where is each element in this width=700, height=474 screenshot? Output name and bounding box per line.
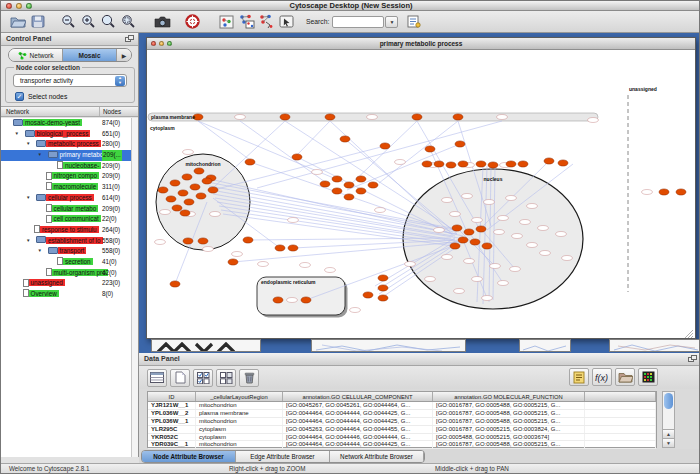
table-row[interactable]: YPL036W__1mitochondrion[GO:0044464, GO:0…: [148, 418, 656, 426]
open-session-button[interactable]: [8, 12, 28, 31]
select-all-attributes-button[interactable]: [193, 369, 213, 387]
attribute-table-header[interactable]: ID_cellularLayoutRegionannotation.GO CEL…: [148, 392, 656, 402]
tab-network[interactable]: Network: [9, 49, 63, 61]
network-view-window[interactable]: primary metabolic process plasma membran…: [146, 37, 696, 339]
status-welcome: Welcome to Cytoscape 2.8.1: [9, 465, 89, 472]
select-nodes-checkbox[interactable]: ✓: [15, 92, 24, 101]
snapshot-camera-icon[interactable]: [152, 12, 172, 31]
tree-row-transport[interactable]: ▼transport558(0): [1, 246, 131, 257]
tree-scrollbar[interactable]: [131, 118, 138, 457]
table-row[interactable]: YKR052Ccytoplasm[GO:0044464, GO:0044446,…: [148, 434, 656, 442]
new-attribute-button[interactable]: [170, 369, 190, 387]
function-builder-button[interactable]: f(x): [592, 368, 612, 386]
tree-row-mosaic-demo-yeast[interactable]: mosaic-demo-yeast874(0): [1, 118, 131, 129]
status-zoom-hint: Right-click + drag to ZOOM: [229, 465, 305, 472]
help-lifesaver-icon[interactable]: [182, 12, 202, 31]
scrollbar-thumb[interactable]: [664, 393, 673, 409]
network-window-title: primary metabolic process: [147, 38, 695, 50]
document-icon: [46, 268, 52, 276]
svg-text:endoplasmic reticulum: endoplasmic reticulum: [261, 279, 316, 285]
vizmapper-icon[interactable]: [216, 12, 236, 31]
table-row[interactable]: YLR295Ccytoplasm[GO:0045263, GO:0044464,…: [148, 426, 656, 434]
tree-expander-icon[interactable]: ▼: [15, 129, 19, 140]
tree-expander-icon[interactable]: ▼: [26, 236, 30, 247]
table-row[interactable]: YPL036W__2plasma membrane[GO:0044464, GO…: [148, 410, 656, 418]
network-canvas[interactable]: plasma membranecytoplasmmitochondrionnuc…: [147, 50, 695, 340]
search-config-icon[interactable]: [404, 12, 424, 31]
tab-node-attribute-browser[interactable]: Node Attribute Browser: [142, 451, 236, 462]
tree-row-label: nitrogen compo: [52, 172, 99, 179]
layout-network-icon[interactable]: [236, 12, 256, 31]
annotation-icon[interactable]: [276, 12, 296, 31]
tree-expander-icon[interactable]: ▼: [38, 246, 42, 257]
table-cell: YPL036W__2: [148, 410, 196, 417]
attribute-list-button[interactable]: [569, 368, 589, 386]
tree-row-response-to-stimulu[interactable]: response to stimulu264(0): [1, 225, 131, 236]
document-icon: [46, 215, 52, 223]
heatmap-button[interactable]: [638, 368, 658, 386]
table-scrollbar[interactable]: ▲ ▼: [662, 391, 675, 448]
delete-attribute-trash-button[interactable]: [239, 369, 259, 387]
import-attributes-folder-button[interactable]: [615, 368, 635, 386]
search-input[interactable]: [332, 16, 384, 28]
svg-text:plasma membrane: plasma membrane: [151, 114, 195, 120]
table-cell: cytoplasm: [196, 426, 283, 433]
table-column-header[interactable]: ID: [148, 392, 196, 401]
tab-network-attribute-browser[interactable]: Network Attribute Browser: [330, 451, 424, 462]
zoom-fit-icon[interactable]: [98, 12, 118, 31]
tree-row-multi-organism-pro[interactable]: multi-organism pro42(0): [1, 268, 131, 279]
tree-row-secretion[interactable]: secretion41(0): [1, 257, 131, 268]
table-column-header[interactable]: annotation.GO MOLECULAR_FUNCTION: [433, 392, 585, 401]
minimized-window-thumbnail[interactable]: [609, 339, 700, 352]
minimized-window-thumbnail[interactable]: [311, 339, 466, 352]
tree-row-nucleobase-[interactable]: nucleobase-209(0): [1, 161, 131, 172]
float-panel-icon[interactable]: [125, 35, 134, 43]
tab-edge-attribute-browser[interactable]: Edge Attribute Browser: [236, 451, 330, 462]
dropdown-stepper-icon: ▲▼: [115, 76, 125, 86]
attribute-table[interactable]: ID_cellularLayoutRegionannotation.GO CEL…: [147, 391, 657, 448]
tree-row-establishment-of-lo[interactable]: ▼establishment of lo558(0): [1, 236, 131, 247]
tree-row-macromolecule[interactable]: macromolecule311(0): [1, 182, 131, 193]
tab-overflow-arrow[interactable]: ▶: [117, 49, 131, 61]
tree-row-unassigned[interactable]: unassigned223(0): [1, 278, 131, 289]
status-pan-hint: Middle-click + drag to PAN: [435, 465, 509, 472]
table-cell: [GO:0044464, GO:0044446, GO:0044444, G..…: [283, 434, 433, 441]
table-column-header[interactable]: annotation.GO CELLULAR_COMPONENT: [283, 392, 433, 401]
tree-col-network: Network: [6, 108, 29, 115]
table-cell: [GO:0044464, GO:0044444, GO:0044425, G..…: [283, 418, 433, 425]
table-column-header[interactable]: _cellularLayoutRegion: [196, 392, 283, 401]
tab-mosaic[interactable]: Mosaic: [63, 49, 117, 61]
tree-expander-icon[interactable]: ▼: [26, 193, 30, 204]
mdi-desktop: primary metabolic process plasma membran…: [139, 33, 700, 353]
zoom-selected-icon[interactable]: [118, 12, 138, 31]
float-panel-icon[interactable]: [688, 355, 697, 363]
tree-row-primary-metabo[interactable]: ▼primary metabo209(...: [1, 150, 131, 161]
svg-text:cytoplasm: cytoplasm: [150, 125, 175, 131]
select-attributes-button[interactable]: [147, 369, 167, 387]
tree-expander-icon[interactable]: ▼: [38, 150, 42, 161]
minimized-window-thumbnail[interactable]: [519, 339, 571, 352]
scroll-down-arrow[interactable]: ▼: [663, 438, 674, 447]
table-cell: mitochondrion: [196, 418, 283, 425]
zoom-in-icon[interactable]: [78, 12, 98, 31]
tree-row-cellular-process[interactable]: ▼cellular process614(0): [1, 193, 131, 204]
network-window-titlebar[interactable]: primary metabolic process: [147, 38, 695, 50]
save-session-button[interactable]: [28, 12, 48, 31]
layout-region-icon[interactable]: [256, 12, 276, 31]
zoom-out-icon[interactable]: [58, 12, 78, 31]
table-cell: [GO:0016787, GO:0005488, GO:0005215, G..…: [433, 418, 585, 425]
node-color-dropdown[interactable]: transporter activity ▲▼: [13, 74, 127, 87]
scroll-up-arrow[interactable]: ▲: [663, 429, 674, 438]
table-cell: mitochondrion: [196, 441, 283, 448]
minimized-window-thumbnail[interactable]: [151, 339, 261, 352]
tree-row-overview[interactable]: Overview8(0): [1, 289, 131, 300]
table-row[interactable]: YJR121W__1mitochondrion[GO:0045267, GO:0…: [148, 402, 656, 410]
tree-row-cell-communicat[interactable]: cell communicat22(0): [1, 214, 131, 225]
tree-expander-icon[interactable]: ▼: [26, 139, 30, 150]
tree-row-cellular-metabo[interactable]: cellular metabo209(0): [1, 204, 131, 215]
unselect-all-attributes-button[interactable]: [216, 369, 236, 387]
search-dropdown-button[interactable]: ▼: [385, 16, 398, 28]
tree-row-nitrogen-compo[interactable]: nitrogen compo209(0): [1, 171, 131, 182]
tree-row-metabolic-process[interactable]: ▼metabolic process280(0): [1, 139, 131, 150]
tree-row-biological-process[interactable]: ▼biological_process651(0): [1, 129, 131, 140]
